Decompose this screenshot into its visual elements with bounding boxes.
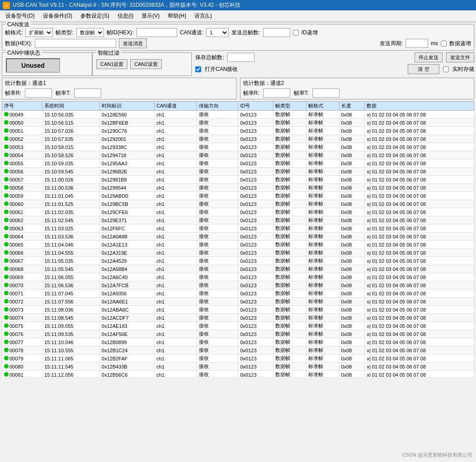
table-cell: 数据帧 [273,176,306,184]
table-row[interactable]: 0006215:11:02.5450x129E371ch1接收0x0123数据帧… [2,216,474,224]
table-cell: 数据帧 [273,111,306,119]
table-cell: 15:11:05.035 [42,257,100,265]
data-hex-input[interactable]: 00 00 00 00 00 00 00 00 [35,39,116,48]
menu-device-type[interactable]: 设备型号(D) [2,11,38,21]
menu-device-op[interactable]: 设备操作(O) [39,11,76,21]
table-row[interactable]: 0007915:11:11.0650x12B2FAFch1接收0x0123数据帧… [2,355,474,363]
send-cycle-input[interactable]: 10 [405,39,428,48]
realtime-save-checkbox[interactable] [443,66,449,72]
table-header: 数据 [365,102,474,111]
table-cell: 标准帧 [306,330,339,338]
table-row[interactable]: 0004915:10:56.0350x128E560ch1接收0x0123数据帧… [2,111,474,119]
table-cell: 0x08 [339,241,365,249]
can2-settings-btn[interactable]: CAN2设置 [130,59,161,69]
table-row[interactable]: 0006415:11:03.5360x12A0A88ch1接收0x0123数据帧… [2,233,474,241]
table-row[interactable]: 0007415:11:08.5450x12ACDF7ch1接收0x0123数据帧… [2,314,474,322]
table-cell: 00051 [2,127,42,135]
table-row[interactable]: 0007815:11:10.5550x12B1C24ch1接收0x0123数据帧… [2,346,474,355]
table-cell: 00071 [2,289,42,298]
table-row[interactable]: 0006015:11:01.5250x129BC5Bch1接收0x0123数据帧… [2,200,474,208]
table-row[interactable]: 0005815:11:00.5360x1299544ch1接收0x0123数据帧… [2,184,474,192]
table-cell: 0x0123 [238,306,273,314]
send-message-btn[interactable]: 发送消息 [119,38,147,48]
table-row[interactable]: 0005415:10:58.5260x1294718ch1接收0x0123数据帧… [2,151,474,159]
frame-t-input-ch2[interactable]: 0 [312,89,339,98]
table-cell: ch1 [155,216,197,224]
data-increment-checkbox[interactable] [441,41,447,47]
menu-info[interactable]: 信息(I) [114,11,137,21]
frame-t-input-ch1[interactable]: 0 [74,89,101,98]
table-row[interactable]: 0005115:10:57.0260x1290C76ch1接收0x0123数据帧… [2,127,474,135]
table-cell: 15:11:08.036 [42,306,100,314]
menu-language[interactable]: 语言(L) [191,11,216,21]
table-cell: ch1 [155,330,197,338]
send-file-btn[interactable]: 发送文件 [446,52,474,62]
table-cell: 15:10:59.035 [42,159,100,168]
table-row[interactable]: 0006715:11:05.0350x12A4529ch1接收0x0123数据帧… [2,257,474,265]
table-cell: 00065 [2,241,42,249]
total-frames-input[interactable]: 60 [263,28,290,37]
status-dot [4,299,9,303]
table-row[interactable]: 0008015:11:11.5450x12B433Bch1接收0x0123数据帧… [2,363,474,371]
status-dot [4,323,9,328]
table-row[interactable]: 0006615:11:04.5550x12A319Ech1接收0x0123数据帧… [2,249,474,257]
table-row[interactable]: 0007515:11:09.0550x12AE183ch1接收0x0123数据帧… [2,322,474,330]
table-row[interactable]: 0007715:11:10.0460x12B0899ch1接收0x0123数据帧… [2,338,474,346]
table-row[interactable]: 0005515:10:59.0350x1295AA3ch1接收0x0123数据帧… [2,159,474,168]
frame-id-input[interactable]: 18 00 D8 D0 [137,28,177,37]
can1-settings-btn[interactable]: CAN1设置 [96,59,127,69]
frame-format-select[interactable]: 扩展帧 标准帧 [25,28,53,37]
table-cell: 0x08 [339,159,365,168]
table-row[interactable]: 0007015:11:06.5360x12A7FCBch1接收0x0123数据帧… [2,281,474,289]
table-cell: 0x0123 [238,273,273,281]
table-cell: 数据帧 [273,363,306,371]
table-row[interactable]: 0007115:11:07.0450x12A9356ch1接收0x0123数据帧… [2,289,474,298]
table-cell: 00067 [2,257,42,265]
table-cell: 数据帧 [273,184,306,192]
save-frames-input[interactable]: 0 [227,53,254,62]
table-row[interactable]: 0005615:10:59.5450x1296B2Ech1接收0x0123数据帧… [2,168,474,176]
table-row[interactable]: 0006815:11:05.5450x12A58B4ch1接收0x0123数据帧… [2,265,474,273]
id-increment-checkbox[interactable] [293,30,299,36]
clear-btn[interactable]: 清 空 [408,64,439,74]
menu-params[interactable]: 参数设定(S) [77,11,113,21]
table-row[interactable]: 0005015:10:56.5150x12BF6EBch1接收0x0123数据帧… [2,119,474,127]
table-row[interactable]: 0007615:11:09.5350x12AF50Ech1接收0x0123数据帧… [2,330,474,338]
table-row[interactable]: 0005315:10:58.0150x129338Cch1接收0x0123数据帧… [2,143,474,151]
table-row[interactable]: 0005215:10:57.5350x1292001ch1接收0x0123数据帧… [2,135,474,143]
table-row[interactable]: 0005715:11:00.0260x12981B9ch1接收0x0123数据帧… [2,176,474,184]
table-cell: 数据帧 [273,355,306,363]
menu-help[interactable]: 帮助(H) [164,11,190,21]
frame-r-input-ch1[interactable]: 2.1 [25,89,52,98]
table-row[interactable]: 0006315:11:03.0250x12F6FCch1接收0x0123数据帧标… [2,224,474,233]
table-cell: 数据帧 [273,249,306,257]
stop-send-btn[interactable]: 停止发送 [415,52,443,62]
table-row[interactable]: 0007215:11:07.5560x12AA6E1ch1接收0x0123数据帧… [2,298,474,306]
table-cell: 接收 [197,273,238,281]
open-receive-checkbox[interactable] [195,66,201,72]
table-row[interactable]: 0006915:11:06.0550x12A6C40ch1接收0x0123数据帧… [2,273,474,281]
table-cell: 标准帧 [306,306,339,314]
table-row[interactable]: 0006115:11:02.0350x129CFE6ch1接收0x0123数据帧… [2,208,474,216]
table-cell: 0x12A58B4 [99,265,154,273]
table-cell: 0x1292001 [99,135,154,143]
table-cell: 标准帧 [306,322,339,330]
table-row[interactable]: 0008115:11:12.0560x12B56C6ch1接收0x0123数据帧… [2,371,474,377]
table-cell: 标准帧 [306,289,339,298]
table-cell: 15:10:56.035 [42,111,100,119]
table-row[interactable]: 0007315:11:08.0360x12ABA6Cch1接收0x0123数据帧… [2,306,474,314]
table-cell: x| 01 02 03 04 05 06 07 08 [365,216,474,224]
can-channel-select[interactable]: 1 2 [206,28,229,37]
menu-display[interactable]: 显示(V) [138,11,163,21]
table-row[interactable]: 0005915:11:01.0450x129ABD0ch1接收0x0123数据帧… [2,192,474,200]
table-cell: 标准帧 [306,273,339,281]
table-cell: 15:10:56.515 [42,119,100,127]
table-row[interactable]: 0006515:11:04.0460x12A1E13ch1接收0x0123数据帧… [2,241,474,249]
unused-button[interactable]: Unused [6,58,60,73]
table-cell: 标准帧 [306,111,339,119]
frame-r-label-ch2: 帧率R: [243,89,259,97]
frame-type-select[interactable]: 数据帧 远程帧 [76,28,104,37]
table-cell: ch1 [155,289,197,298]
frame-r-input-ch2[interactable]: 0 [263,89,290,98]
title-text: USB-CAN Tool V9.11 - CANalyst-II - SN:序列… [13,1,240,9]
